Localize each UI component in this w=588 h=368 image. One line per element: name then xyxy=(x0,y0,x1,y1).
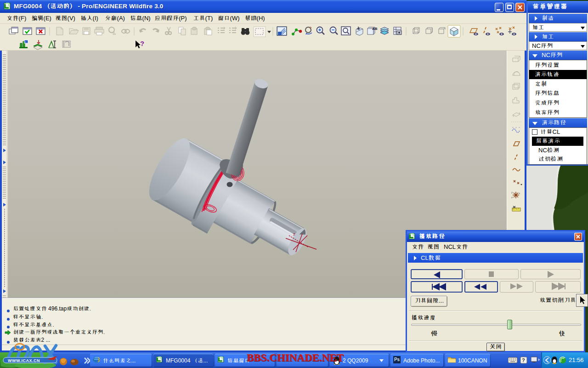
svg-text:WWW.ICAX.CN: WWW.ICAX.CN xyxy=(8,358,40,363)
svg-text:z: z xyxy=(511,196,513,199)
svg-text:?: ? xyxy=(140,40,144,47)
svg-text:z: z xyxy=(293,232,295,236)
svg-text:x: x xyxy=(519,192,520,195)
svg-text:i: i xyxy=(25,40,26,43)
svg-text:y: y xyxy=(511,191,513,194)
svg-text:AB: AB xyxy=(372,27,378,31)
svg-text:?: ? xyxy=(522,357,525,363)
